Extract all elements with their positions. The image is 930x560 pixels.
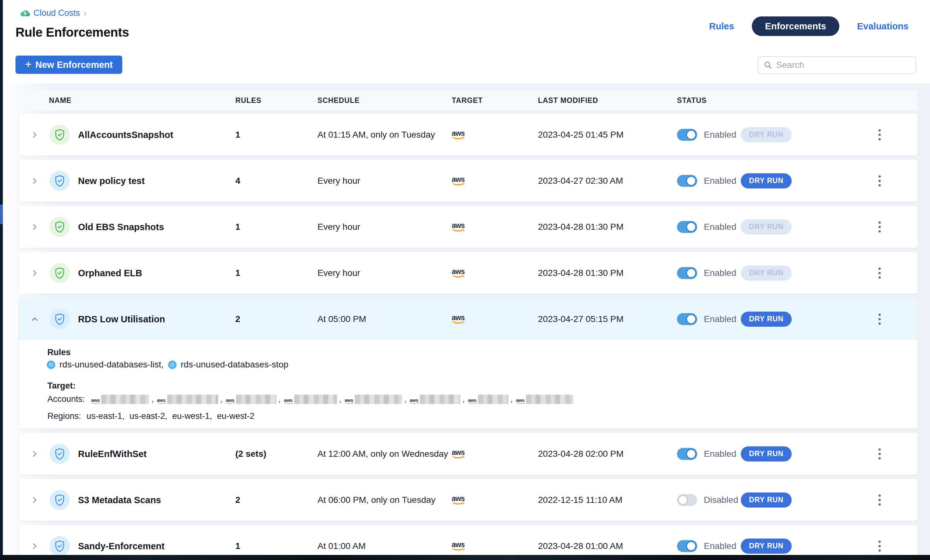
expand-chevron-icon[interactable]: [30, 542, 40, 551]
redacted-account-id: [236, 394, 276, 404]
enforcement-name[interactable]: Old EBS Snapshots: [78, 222, 164, 232]
column-header-schedule: SCHEDULE: [317, 96, 360, 105]
desktop-edge: [0, 555, 930, 560]
expand-chevron-icon[interactable]: [30, 176, 40, 186]
table-row[interactable]: Orphaned ELB 1 Every hour aws 2023-04-28…: [19, 252, 918, 294]
shield-check-icon: [49, 536, 70, 556]
schedule-text: At 01:15 AM, only on Tuesday: [317, 130, 435, 140]
status-toggle[interactable]: [677, 129, 697, 141]
account-chips: aws,aws,aws,aws,aws,aws,aws,aws: [91, 394, 574, 404]
expanded-details: Rules rds-unused-databases-list, rds-unu…: [19, 340, 918, 429]
enforcement-name[interactable]: New policy test: [78, 175, 145, 186]
last-modified: 2023-04-28 02:00 PM: [538, 449, 624, 459]
expand-chevron-icon[interactable]: [30, 268, 40, 278]
table-rows: AllAccountsSnapshot 1 At 01:15 AM, only …: [19, 114, 918, 560]
status-toggle[interactable]: [677, 221, 697, 233]
redacted-account-id: [167, 394, 218, 404]
rules-count: 1: [236, 541, 240, 551]
kebab-menu-icon[interactable]: [877, 539, 882, 553]
status-label: Enabled: [704, 222, 736, 232]
table-row[interactable]: New policy test 4 Every hour aws 2023-04…: [19, 160, 918, 202]
expand-chevron-icon[interactable]: [30, 449, 40, 459]
status-toggle[interactable]: [677, 267, 697, 279]
schedule-text: At 12:00 AM, only on Wednesday: [317, 449, 448, 459]
status-toggle[interactable]: [677, 175, 697, 187]
enforcement-name[interactable]: RDS Low Utilisation: [78, 314, 165, 324]
expand-chevron-icon[interactable]: [30, 495, 40, 505]
status-label: Enabled: [704, 314, 736, 324]
new-enforcement-button[interactable]: + New Enforcement: [15, 55, 122, 74]
rule-chips: rds-unused-databases-list, rds-unused-da…: [47, 359, 288, 370]
toggle-knob: [686, 541, 696, 551]
kebab-menu-icon[interactable]: [877, 265, 882, 280]
status-label: Enabled: [704, 176, 736, 186]
status-label: Enabled: [704, 541, 736, 551]
schedule-text: Every hour: [317, 268, 360, 278]
status-toggle[interactable]: [677, 313, 697, 325]
redacted-account: aws,: [157, 394, 223, 404]
aws-logo-icon: aws: [468, 398, 476, 404]
tab-rules[interactable]: Rules: [709, 21, 734, 32]
rules-count: 2: [236, 495, 240, 505]
column-header-last-modified: LAST MODIFIED: [538, 96, 598, 105]
search-box[interactable]: [758, 56, 916, 74]
aws-logo-icon: aws: [452, 449, 464, 458]
dry-run-badge: DRY RUN: [741, 446, 791, 462]
status-toggle[interactable]: [677, 494, 697, 506]
aws-logo-icon: aws: [452, 268, 464, 278]
enforcement-name[interactable]: Sandy-Enforcement: [78, 541, 165, 551]
enforcement-name[interactable]: Orphaned ELB: [78, 268, 142, 278]
collapsed-sidebar-edge: [0, 0, 3, 560]
status-toggle[interactable]: [677, 448, 697, 460]
kebab-menu-icon[interactable]: [877, 127, 882, 142]
last-modified: 2023-04-28 01:30 PM: [538, 222, 624, 232]
schedule-text: At 06:00 PM, only on Tuesday: [317, 495, 436, 505]
rules-count: 1: [236, 130, 240, 140]
kebab-menu-icon[interactable]: [877, 173, 882, 188]
schedule-text: Every hour: [317, 176, 360, 186]
aws-logo-icon: aws: [410, 398, 418, 404]
redacted-account-id: [101, 394, 149, 404]
view-tabs: RulesEnforcementsEvaluations: [709, 17, 908, 36]
enforcement-name[interactable]: RuleEnfWithSet: [78, 449, 146, 459]
accounts-row: Accounts: aws,aws,aws,aws,aws,aws,aws,aw…: [48, 394, 573, 404]
last-modified: 2023-04-25 01:45 PM: [538, 130, 624, 140]
rules-count: 4: [236, 176, 240, 186]
table-row[interactable]: S3 Metadata Scans 2 At 06:00 PM, only on…: [19, 479, 918, 521]
rule-chip[interactable]: rds-unused-databases-list,: [47, 359, 164, 370]
kebab-menu-icon[interactable]: [877, 446, 882, 461]
kebab-menu-icon[interactable]: [877, 492, 882, 507]
status-label: Enabled: [704, 268, 736, 278]
svg-text:$: $: [24, 11, 26, 16]
kebab-menu-icon[interactable]: [877, 311, 882, 327]
expand-chevron-icon[interactable]: [30, 222, 40, 232]
search-input[interactable]: [776, 60, 910, 70]
table-row[interactable]: Old EBS Snapshots 1 Every hour aws 2023-…: [19, 206, 918, 248]
enforcement-name[interactable]: S3 Metadata Scans: [78, 495, 161, 505]
breadcrumb-cloud-costs-link[interactable]: Cloud Costs: [34, 8, 80, 18]
kebab-menu-icon[interactable]: [877, 219, 882, 234]
last-modified: 2023-04-27 02:30 AM: [538, 176, 623, 186]
rule-chip[interactable]: rds-unused-databases-stop: [168, 359, 288, 370]
enforcement-name[interactable]: AllAccountsSnapshot: [78, 129, 173, 140]
shield-check-icon: [49, 309, 70, 329]
column-header-rules: RULES: [236, 96, 261, 105]
table-row[interactable]: AllAccountsSnapshot 1 At 01:15 AM, only …: [19, 114, 918, 156]
tab-enforcements[interactable]: Enforcements: [752, 17, 839, 36]
dry-run-badge: DRY RUN: [741, 265, 791, 281]
aws-logo-icon: aws: [452, 176, 464, 185]
rules-count: 2: [236, 314, 240, 324]
toggle-knob: [686, 268, 696, 278]
status-toggle[interactable]: [677, 540, 697, 552]
table-row[interactable]: RuleEnfWithSet (2 sets) At 12:00 AM, onl…: [19, 433, 918, 475]
shield-check-icon: [49, 217, 70, 237]
tab-evaluations[interactable]: Evaluations: [857, 21, 908, 32]
expand-chevron-icon[interactable]: [30, 315, 40, 324]
plus-icon: +: [25, 59, 32, 70]
toggle-knob: [686, 222, 696, 232]
table-row[interactable]: RDS Low Utilisation 2 At 05:00 PM aws 20…: [19, 298, 918, 429]
redacted-account: aws,: [345, 394, 406, 404]
schedule-text: At 01:00 AM: [317, 541, 366, 551]
expand-chevron-icon[interactable]: [30, 130, 40, 140]
aws-logo-icon: aws: [452, 315, 464, 324]
